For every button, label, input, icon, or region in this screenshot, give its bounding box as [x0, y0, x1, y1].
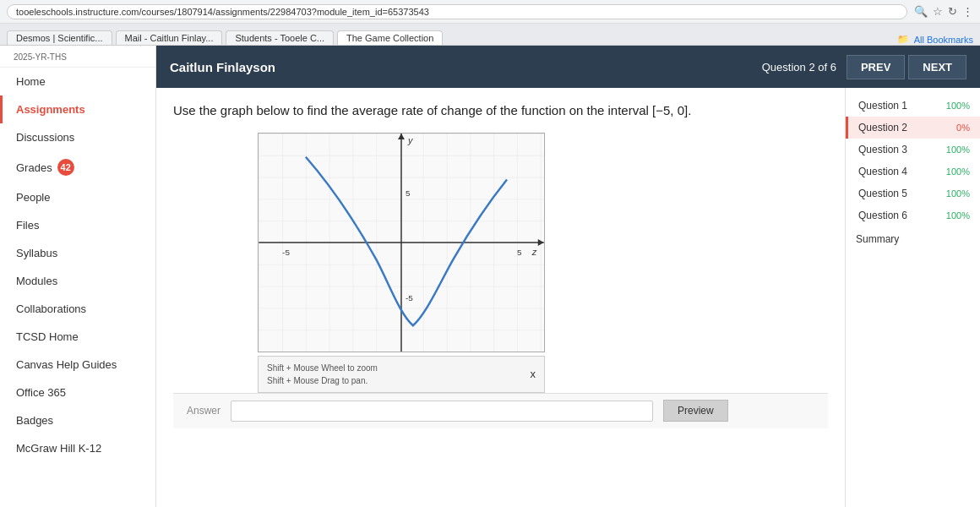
hint-line2: Shift + Mouse Drag to pan.	[267, 374, 378, 387]
question-area: Use the graph below to find the average …	[156, 88, 980, 507]
sidebar-label-discussions: Discussions	[16, 131, 74, 144]
svg-text:5: 5	[517, 247, 522, 256]
prev-button[interactable]: PREV	[847, 55, 905, 79]
svg-text:-5: -5	[282, 247, 290, 256]
right-panel-q4[interactable]: Question 4 100%	[846, 161, 980, 183]
sidebar-label-home: Home	[16, 75, 46, 88]
graph-hint: Shift + Mouse Wheel to zoom Shift + Mous…	[258, 356, 545, 393]
bookmarks-bar: 📁 All Bookmarks	[897, 34, 973, 45]
summary-link[interactable]: Summary	[846, 226, 980, 252]
top-header: Caitlun Finlayson Question 2 of 6 PREV N…	[156, 46, 980, 88]
q5-score: 100%	[946, 188, 970, 199]
sidebar-item-assignments[interactable]: Assignments	[0, 95, 155, 123]
tab-mail[interactable]: Mail - Caitlun Finlay...	[116, 30, 223, 45]
q5-label: Question 5	[858, 188, 907, 199]
q2-label: Question 2	[858, 122, 907, 134]
sidebar-label-files: Files	[16, 219, 39, 232]
sidebar-item-badges[interactable]: Badges	[0, 406, 155, 434]
q1-score: 100%	[946, 101, 970, 111]
school-label: 2025-YR-THS	[0, 49, 155, 68]
sidebar-nav: Home Assignments Discussions Grades 42 P…	[0, 68, 155, 462]
sidebar-item-syllabus[interactable]: Syllabus	[0, 239, 155, 267]
sidebar-label-canvas-help: Canvas Help Guides	[16, 358, 117, 371]
sidebar-item-collaborations[interactable]: Collaborations	[0, 295, 155, 323]
more-icon[interactable]: ⋮	[962, 5, 973, 18]
sidebar-item-grades[interactable]: Grades 42	[0, 151, 155, 183]
refresh-icon[interactable]: ↻	[948, 5, 957, 18]
answer-label: Answer	[187, 405, 220, 417]
sidebar-item-mcgraw[interactable]: McGraw Hill K-12	[0, 434, 155, 462]
student-name: Caitlun Finlayson	[170, 60, 762, 74]
search-icon[interactable]: 🔍	[914, 5, 928, 18]
tab-desmos[interactable]: Desmos | Scientific...	[7, 30, 112, 45]
question-counter: Question 2 of 6	[762, 61, 836, 74]
right-panel-q1[interactable]: Question 1 100%	[846, 95, 980, 117]
svg-text:-5: -5	[406, 293, 413, 303]
tab-students[interactable]: Students - Tooele C...	[226, 30, 334, 45]
app-layout: 2025-YR-THS Home Assignments Discussions…	[0, 46, 980, 507]
answer-bar: Answer Preview	[173, 393, 828, 428]
sidebar-label-grades: Grades	[16, 161, 52, 174]
q6-label: Question 6	[858, 210, 907, 221]
browser-url[interactable]: tooeleschools.instructure.com/courses/18…	[7, 4, 907, 19]
sidebar: 2025-YR-THS Home Assignments Discussions…	[0, 46, 156, 507]
answer-input[interactable]	[231, 401, 653, 422]
browser-bar: tooeleschools.instructure.com/courses/18…	[0, 0, 980, 24]
right-panel: Question 1 100% Question 2 0% Question 3…	[845, 88, 980, 507]
right-panel-q5[interactable]: Question 5 100%	[846, 183, 980, 204]
tabs-bar: Desmos | Scientific... Mail - Caitlun Fi…	[0, 24, 980, 46]
sidebar-label-badges: Badges	[16, 414, 53, 427]
bookmarks-folder-icon: 📁	[897, 34, 909, 45]
sidebar-label-collaborations: Collaborations	[16, 303, 86, 315]
sidebar-label-people: People	[16, 191, 50, 204]
q4-score: 100%	[946, 166, 970, 177]
grades-badge: 42	[57, 159, 74, 176]
graph-svg: z y -5 5 5 -5	[259, 134, 544, 352]
sidebar-item-people[interactable]: People	[0, 183, 155, 211]
q1-label: Question 1	[858, 100, 907, 112]
sidebar-item-modules[interactable]: Modules	[0, 267, 155, 295]
question-main: Use the graph below to find the average …	[156, 88, 845, 507]
sidebar-item-tcsd[interactable]: TCSD Home	[0, 323, 155, 351]
hint-close-button[interactable]: x	[531, 368, 536, 380]
preview-button[interactable]: Preview	[663, 400, 728, 422]
sidebar-item-home[interactable]: Home	[0, 68, 155, 95]
q6-score: 100%	[946, 210, 970, 221]
sidebar-item-office365[interactable]: Office 365	[0, 379, 155, 406]
svg-text:y: y	[407, 134, 413, 144]
svg-text:z: z	[531, 246, 537, 256]
right-panel-q2[interactable]: Question 2 0%	[846, 117, 980, 139]
q3-score: 100%	[946, 144, 970, 155]
q3-label: Question 3	[858, 144, 907, 155]
right-panel-q3[interactable]: Question 3 100%	[846, 139, 980, 161]
bookmarks-label[interactable]: All Bookmarks	[914, 35, 973, 45]
hint-text: Shift + Mouse Wheel to zoom Shift + Mous…	[267, 362, 378, 387]
tab-game[interactable]: The Game Collection	[337, 30, 443, 45]
sidebar-label-mcgraw: McGraw Hill K-12	[16, 442, 101, 455]
hint-line1: Shift + Mouse Wheel to zoom	[267, 362, 378, 374]
q4-label: Question 4	[858, 166, 907, 177]
sidebar-label-tcsd: TCSD Home	[16, 330, 79, 343]
q2-score: 0%	[956, 123, 970, 133]
graph-container[interactable]: z y -5 5 5 -5	[258, 133, 545, 352]
sidebar-label-office365: Office 365	[16, 386, 66, 399]
sidebar-item-files[interactable]: Files	[0, 211, 155, 239]
svg-text:5: 5	[406, 188, 411, 198]
sidebar-label-syllabus: Syllabus	[16, 247, 57, 259]
content-area: Caitlun Finlayson Question 2 of 6 PREV N…	[156, 46, 980, 507]
next-button[interactable]: NEXT	[908, 55, 966, 79]
right-panel-q6[interactable]: Question 6 100%	[846, 204, 980, 226]
browser-icons: 🔍 ☆ ↻ ⋮	[907, 5, 973, 18]
interval-text: [−5, 0].	[652, 103, 691, 117]
sidebar-item-canvas-help[interactable]: Canvas Help Guides	[0, 351, 155, 379]
sidebar-label-modules: Modules	[16, 275, 57, 287]
star-icon[interactable]: ☆	[933, 5, 943, 18]
sidebar-item-discussions[interactable]: Discussions	[0, 123, 155, 151]
sidebar-label-assignments: Assignments	[16, 103, 85, 116]
question-text: Use the graph below to find the average …	[173, 101, 748, 121]
